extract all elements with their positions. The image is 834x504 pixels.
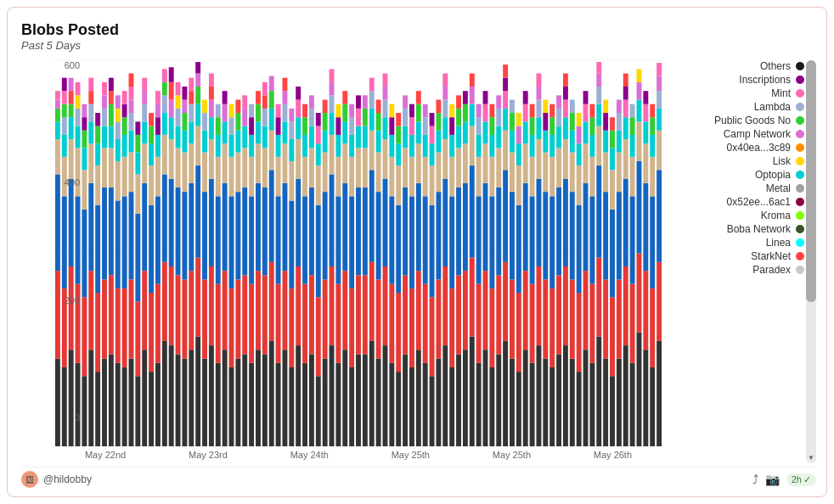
svg-rect-620 xyxy=(610,170,615,210)
svg-rect-587 xyxy=(577,113,582,126)
svg-rect-509 xyxy=(510,359,515,446)
svg-rect-286 xyxy=(242,109,247,126)
svg-rect-473 xyxy=(476,363,482,446)
svg-rect-453 xyxy=(442,179,448,266)
scroll-down-arrow[interactable]: ▼ xyxy=(806,451,816,463)
svg-rect-86 xyxy=(122,288,127,367)
svg-rect-414 xyxy=(403,109,408,126)
legend-item: Boba Network xyxy=(670,223,804,235)
svg-rect-584 xyxy=(577,165,582,205)
footer: 🖼 @hildobby ⤴ 📷 2h ✓ xyxy=(21,467,816,488)
svg-rect-178 xyxy=(195,74,200,87)
svg-rect-394 xyxy=(383,74,388,87)
svg-rect-296 xyxy=(256,271,261,350)
legend-item: Paradex xyxy=(670,264,804,276)
svg-rect-528 xyxy=(523,104,528,122)
svg-rect-454 xyxy=(442,139,448,179)
svg-rect-256 xyxy=(463,143,468,183)
svg-rect-567 xyxy=(563,266,568,345)
legend-item: Mint xyxy=(670,87,804,99)
svg-rect-229 xyxy=(276,117,281,135)
svg-rect-430 xyxy=(423,363,428,446)
svg-rect-608 xyxy=(596,74,601,87)
svg-rect-514 xyxy=(510,113,515,131)
legend-label: Lisk xyxy=(773,155,791,167)
svg-rect-322 xyxy=(302,104,307,118)
svg-rect-460 xyxy=(449,288,454,367)
svg-rect-535 xyxy=(530,117,535,135)
svg-rect-506 xyxy=(503,91,508,109)
svg-rect-484 xyxy=(483,121,488,143)
svg-rect-248 xyxy=(369,170,375,262)
share-icon[interactable]: ⤴ xyxy=(752,473,758,486)
svg-rect-527 xyxy=(523,121,528,143)
svg-rect-665 xyxy=(650,117,655,135)
svg-rect-318 xyxy=(302,196,307,283)
svg-rect-614 xyxy=(603,131,608,153)
svg-rect-418 xyxy=(409,196,414,288)
svg-rect-126 xyxy=(155,196,161,283)
svg-rect-673 xyxy=(656,76,662,92)
svg-rect-324 xyxy=(309,275,314,354)
svg-rect-362 xyxy=(342,143,347,183)
svg-rect-173 xyxy=(195,258,200,337)
svg-rect-359 xyxy=(342,350,347,446)
svg-rect-61 xyxy=(102,359,107,446)
svg-rect-512 xyxy=(510,153,515,193)
svg-rect-332 xyxy=(316,205,321,298)
svg-rect-662 xyxy=(650,196,655,288)
camera-icon[interactable]: 📷 xyxy=(765,473,780,486)
svg-rect-447 xyxy=(436,153,441,193)
svg-rect-290 xyxy=(249,196,254,283)
svg-rect-670 xyxy=(656,131,662,171)
avatar: 🖼 xyxy=(21,471,38,488)
svg-rect-401 xyxy=(389,104,394,118)
svg-rect-565 xyxy=(556,95,561,109)
svg-rect-445 xyxy=(436,280,441,359)
svg-rect-437 xyxy=(430,376,435,446)
scrollbar-track[interactable]: ▲ ▼ xyxy=(806,60,816,463)
svg-rect-65 xyxy=(102,126,107,148)
svg-rect-471 xyxy=(456,109,461,126)
svg-rect-186 xyxy=(202,100,207,114)
svg-rect-467 xyxy=(456,275,461,354)
svg-rect-259 xyxy=(463,91,468,104)
svg-rect-603 xyxy=(596,258,601,337)
svg-rect-349 xyxy=(330,95,335,113)
svg-rect-313 xyxy=(296,117,301,139)
svg-rect-139 xyxy=(162,69,167,82)
svg-rect-549 xyxy=(543,131,548,153)
svg-rect-623 xyxy=(610,117,615,131)
svg-rect-269 xyxy=(229,196,234,288)
svg-rect-411 xyxy=(403,188,408,275)
svg-rect-475 xyxy=(476,196,482,283)
svg-rect-81 xyxy=(116,139,121,161)
legend-dot xyxy=(796,143,804,152)
svg-rect-227 xyxy=(276,157,281,197)
svg-rect-648 xyxy=(637,161,642,254)
svg-rect-56 xyxy=(95,205,100,293)
chart-title: Blobs Posted xyxy=(21,21,816,39)
legend-dot xyxy=(796,157,804,165)
svg-rect-368 xyxy=(349,196,354,288)
svg-rect-171 xyxy=(189,78,194,92)
svg-rect-385 xyxy=(376,113,381,131)
svg-rect-149 xyxy=(176,275,181,354)
svg-rect-572 xyxy=(563,87,568,100)
svg-rect-370 xyxy=(349,135,354,157)
svg-rect-189 xyxy=(209,179,214,266)
scrollbar-thumb[interactable] xyxy=(806,60,816,302)
svg-rect-393 xyxy=(383,87,388,100)
svg-rect-232 xyxy=(282,271,287,350)
svg-rect-339 xyxy=(323,192,328,279)
svg-rect-243 xyxy=(363,126,368,148)
svg-rect-374 xyxy=(356,275,361,354)
svg-rect-382 xyxy=(376,192,381,279)
svg-rect-664 xyxy=(650,135,655,157)
svg-rect-552 xyxy=(549,367,555,446)
svg-rect-444 xyxy=(436,359,441,446)
svg-rect-279 xyxy=(235,113,240,131)
svg-rect-369 xyxy=(349,157,354,197)
svg-rect-124 xyxy=(155,363,161,446)
svg-rect-50 xyxy=(88,121,93,143)
